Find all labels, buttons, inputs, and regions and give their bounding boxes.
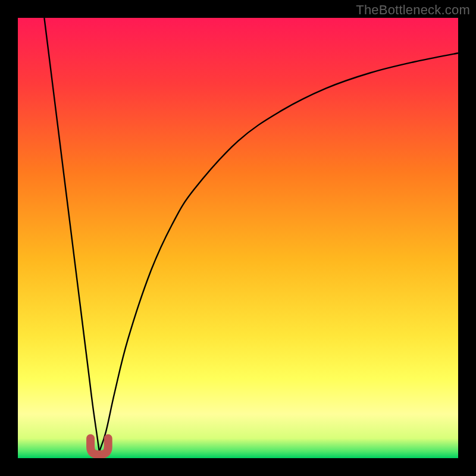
bottleneck-chart (18, 18, 458, 458)
chart-stage: TheBottleneck.com (0, 0, 476, 476)
gradient-panel (18, 18, 458, 458)
watermark-label: TheBottleneck.com (356, 2, 470, 18)
